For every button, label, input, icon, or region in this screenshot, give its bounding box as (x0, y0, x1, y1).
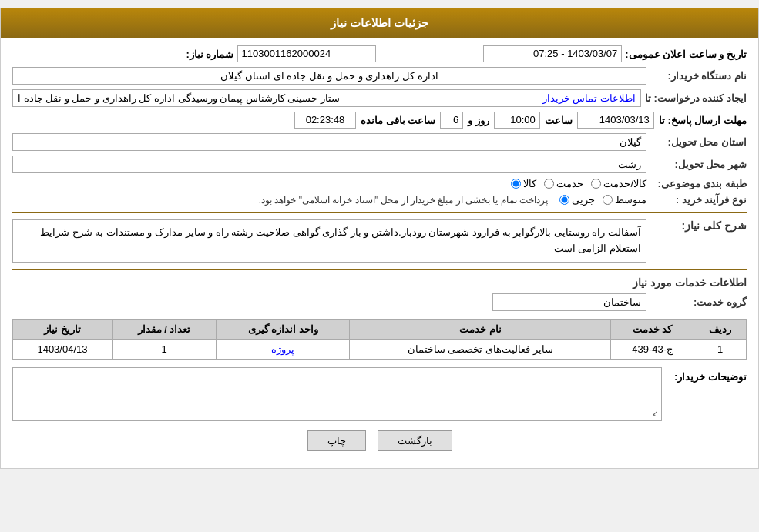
process-juzyi-radio[interactable] (559, 195, 569, 205)
description-row: شرح کلی نیاز: آسفالت راه روستایی بالارگو… (12, 219, 747, 263)
process-mutawasit: متوسط (603, 194, 646, 206)
deadline-time-value: 10:00 (494, 112, 540, 129)
process-row: نوع فرآیند خرید : متوسط جزیی پرداخت تمام… (12, 194, 747, 206)
process-label: نوع فرآیند خرید : (646, 194, 747, 206)
description-label: شرح کلی نیاز: (646, 219, 747, 232)
category-kala-label: کالا (523, 178, 536, 189)
category-khidmat-label: خدمت (556, 178, 583, 189)
deadline-row: مهلت ارسال پاسخ: تا 1403/03/13 ساعت 10:0… (12, 112, 747, 129)
creator-label: ایجاد کننده درخواست: تا (641, 92, 747, 104)
cell-date-0: 1403/04/13 (13, 339, 113, 359)
request-number-value: 1103001162000024 (237, 45, 376, 62)
service-group-label: گروه خدمت: (646, 296, 747, 308)
description-value: آسفالت راه روستایی بالارگوابر به فرارود … (12, 219, 646, 263)
category-khidmat: خدمت (544, 178, 583, 189)
service-group-value: ساختمان (492, 293, 646, 311)
comments-box: ↙ (12, 367, 662, 421)
col-code: کد خدمت (611, 319, 694, 339)
creator-row: ایجاد کننده درخواست: تا اطلاعات تماس خری… (12, 89, 747, 107)
announce-date-label: تاریخ و ساعت اعلان عمومی: (625, 49, 747, 60)
cell-qty-0: 1 (112, 339, 216, 359)
deadline-days-value: 6 (440, 112, 463, 129)
services-table: ردیف کد خدمت نام خدمت واحد اندازه گیری ت… (12, 319, 747, 360)
top-row: تاریخ و ساعت اعلان عمومی: 1403/03/07 - 0… (12, 45, 747, 62)
province-label: استان محل تحویل: (646, 136, 747, 148)
services-table-section: ردیف کد خدمت نام خدمت واحد اندازه گیری ت… (12, 319, 747, 360)
page-header: جزئیات اطلاعات نیاز (1, 8, 758, 38)
category-kala-radio[interactable] (511, 179, 521, 189)
print-button[interactable]: چاپ (307, 430, 366, 451)
col-row: ردیف (694, 319, 747, 339)
request-number-group: 1103001162000024 شماره نیاز: (12, 45, 376, 62)
deadline-label: مهلت ارسال پاسخ: تا (659, 115, 747, 126)
col-name: نام خدمت (350, 319, 611, 339)
announce-date-value: 1403/03/07 - 07:25 (483, 45, 622, 62)
category-row: طبقه بندی موضوعی: کالا/خدمت خدمت کالا (12, 178, 747, 189)
deadline-time-label: ساعت (545, 115, 573, 126)
cell-name-0: سایر فعالیت‌های تخصصی ساختمان (350, 339, 611, 359)
process-juzyi-label: جزیی (572, 194, 595, 206)
buyer-org-row: نام دستگاه خریدار: اداره کل راهداری و حم… (12, 67, 747, 85)
category-label: طبقه بندی موضوعی: (646, 178, 747, 189)
process-mutawasit-radio[interactable] (603, 195, 613, 205)
cell-row-0: 1 (694, 339, 747, 359)
announce-date-group: تاریخ و ساعت اعلان عمومی: 1403/03/07 - 0… (384, 45, 747, 62)
city-value: رشت (12, 156, 646, 173)
buyer-org-label: نام دستگاه خریدار: (646, 70, 747, 82)
request-number-label: شماره نیاز: (186, 49, 234, 60)
category-kala-khidmat: کالا/خدمت (591, 178, 646, 189)
table-header-row: ردیف کد خدمت نام خدمت واحد اندازه گیری ت… (13, 319, 747, 339)
category-kala-khidmat-label: کالا/خدمت (603, 178, 646, 189)
deadline-days-label: روز و (468, 115, 489, 126)
col-unit: واحد اندازه گیری (217, 319, 350, 339)
contact-link[interactable]: اطلاعات تماس خریدار (542, 92, 636, 104)
province-row: استان محل تحویل: گیلان (12, 133, 747, 151)
category-khidmat-radio[interactable] (544, 179, 554, 189)
page-title: جزئیات اطلاعات نیاز (331, 16, 428, 29)
col-date: تاریخ نیاز (13, 319, 113, 339)
category-kala: کالا (511, 178, 536, 189)
remaining-time-label: ساعت باقی مانده (361, 115, 435, 126)
comments-section: توضیحات خریدار: ↙ (12, 367, 747, 421)
creator-text: ستار حسینی کارشناس پیمان ورسیدگی اداره ک… (18, 92, 340, 104)
back-button[interactable]: بازگشت (378, 430, 452, 451)
buttons-row: بازگشت چاپ (12, 430, 747, 451)
cell-code-0: ج-43-439 (611, 339, 694, 359)
comments-cursor: ↙ (652, 409, 658, 417)
city-row: شهر محل تحویل: رشت (12, 156, 747, 173)
city-label: شهر محل تحویل: (646, 159, 747, 170)
deadline-date-value: 1403/03/13 (577, 112, 654, 129)
service-group-row: گروه خدمت: ساختمان (12, 293, 747, 311)
comments-label: توضیحات خریدار: (662, 367, 747, 383)
buyer-org-value: اداره کل راهداری و حمل و نقل جاده ای است… (12, 67, 646, 85)
cell-unit-0: پروژه (217, 339, 350, 359)
page-wrapper: جزئیات اطلاعات نیاز تاریخ و ساعت اعلان ع… (0, 8, 759, 469)
process-juzyi: جزیی (559, 194, 595, 206)
province-value: گیلان (12, 133, 646, 151)
process-radio-group: متوسط جزیی (559, 194, 646, 206)
divider-2 (12, 269, 747, 270)
category-radio-group: کالا/خدمت خدمت کالا (511, 178, 646, 189)
services-title: اطلاعات خدمات مورد نیاز (12, 276, 747, 289)
creator-value: اطلاعات تماس خریدار ستار حسینی کارشناس پ… (12, 89, 641, 107)
divider-1 (12, 212, 747, 213)
table-row: 1 ج-43-439 سایر فعالیت‌های تخصصی ساختمان… (13, 339, 747, 359)
process-group: متوسط جزیی پرداخت تمام یا بخشی از مبلغ خ… (12, 194, 646, 206)
remaining-time-value: 02:23:48 (294, 112, 356, 129)
col-qty: تعداد / مقدار (112, 319, 216, 339)
process-mutawasit-label: متوسط (615, 194, 646, 206)
main-content: تاریخ و ساعت اعلان عمومی: 1403/03/07 - 0… (1, 38, 758, 468)
process-note: پرداخت تمام یا بخشی از مبلغ خریدار از مح… (259, 195, 548, 206)
category-kala-khidmat-radio[interactable] (591, 179, 601, 189)
